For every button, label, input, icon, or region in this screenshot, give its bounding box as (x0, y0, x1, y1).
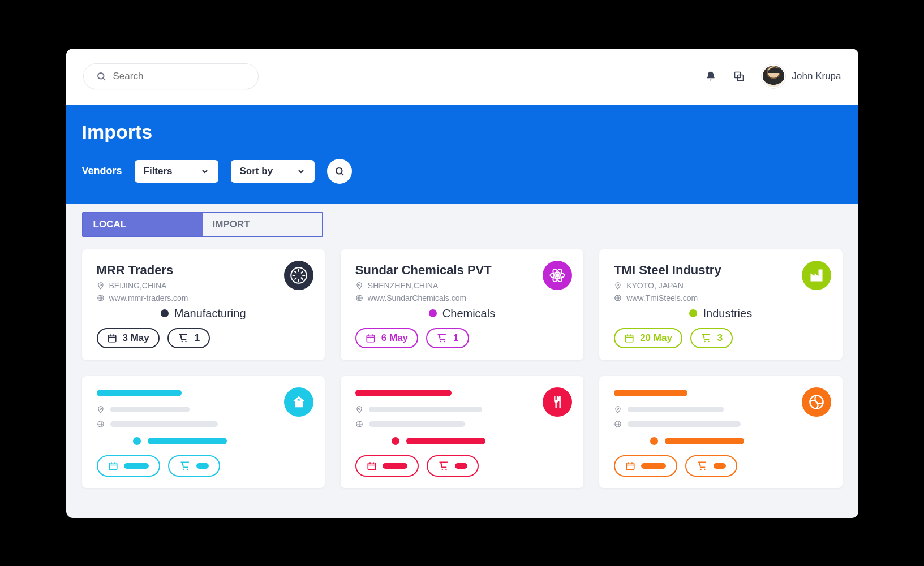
skeleton-bar (97, 390, 182, 396)
vendor-location: KYOTO, JAPAN (626, 281, 684, 290)
search-box[interactable] (83, 63, 259, 89)
vendor-category: Chemicals (442, 307, 495, 320)
svg-point-21 (617, 284, 619, 286)
date-value: 3 May (123, 332, 149, 344)
search-icon (96, 71, 106, 81)
skeleton-bar (369, 421, 465, 427)
cart-pill[interactable]: 1 (167, 328, 210, 348)
cart-value: 1 (453, 332, 458, 344)
user-block[interactable]: John Krupa (762, 64, 841, 88)
skeleton-bar (110, 421, 218, 427)
industries-icon (802, 261, 831, 290)
svg-point-0 (98, 73, 104, 79)
svg-point-4 (336, 168, 342, 174)
chevron-down-icon (200, 167, 209, 176)
food-icon (543, 387, 572, 417)
date-pill (355, 455, 419, 477)
sortby-select[interactable]: Sort by (231, 160, 315, 183)
vendor-card[interactable]: MRR Traders BEIJING,CHINA www.mmr-trader… (82, 249, 325, 360)
skeleton-dot (650, 437, 658, 445)
tabs-wrap: LOCAL IMPORT (66, 212, 858, 237)
calendar-icon (625, 461, 635, 471)
bell-icon[interactable] (705, 71, 716, 82)
tabs: LOCAL IMPORT (82, 212, 323, 237)
location-icon (355, 282, 363, 290)
vendor-category: Industries (703, 307, 752, 320)
skeleton-bar (665, 438, 744, 444)
vendor-location: BEIJING,CHINA (109, 281, 167, 290)
cart-icon (178, 333, 189, 343)
calendar-icon (624, 333, 634, 343)
date-pill[interactable]: 6 May (355, 328, 418, 348)
skeleton-bar (110, 407, 190, 412)
date-pill[interactable]: 3 May (97, 328, 160, 348)
svg-rect-18 (367, 335, 375, 342)
svg-point-20 (444, 340, 445, 342)
globe-icon (355, 294, 363, 302)
copy-icon[interactable] (733, 71, 745, 82)
svg-point-40 (700, 468, 702, 469)
vendor-website: www.mmr-traders.com (109, 293, 188, 303)
date-pill[interactable]: 20 May (614, 328, 682, 348)
vendor-card-skeleton (82, 376, 325, 488)
vendor-title: TMI Steel Industry (614, 263, 827, 278)
home-icon (284, 387, 313, 417)
vendor-card[interactable]: Sundar Chemicals PVT SHENZHEN,CHINA www.… (341, 249, 583, 360)
globe-icon (614, 420, 622, 428)
topbar: John Krupa (66, 49, 858, 105)
svg-point-30 (187, 468, 188, 469)
search-input[interactable] (113, 71, 246, 82)
page-title: Imports (82, 121, 843, 143)
svg-point-25 (708, 340, 709, 342)
cart-icon (436, 333, 448, 343)
vendor-website: www.SundarChemicals.com (368, 293, 466, 303)
vendor-location: SHENZHEN,CHINA (368, 281, 438, 290)
filters-select[interactable]: Filters (135, 160, 218, 183)
tab-local[interactable]: LOCAL (83, 213, 203, 236)
bluebar: Imports Vendors Filters Sort by (66, 105, 858, 204)
svg-point-19 (440, 340, 441, 342)
svg-line-1 (103, 78, 105, 80)
filters-label: Filters (144, 166, 173, 177)
chemicals-icon (543, 261, 572, 290)
vendor-category: Manufacturing (174, 307, 246, 320)
vendor-website: www.TmiSteels.com (626, 293, 698, 303)
date-value: 20 May (640, 332, 672, 344)
globe-icon (97, 294, 105, 302)
cart-pill[interactable]: 1 (426, 328, 469, 348)
svg-point-35 (445, 468, 446, 469)
vendor-title: Sundar Chemicals PVT (355, 263, 569, 278)
cart-icon (700, 333, 712, 343)
controls-row: Vendors Filters Sort by (82, 159, 843, 184)
cart-pill (427, 455, 479, 477)
username: John Krupa (792, 71, 841, 82)
cart-icon (179, 461, 191, 471)
svg-rect-9 (108, 335, 116, 342)
globe-icon (614, 294, 622, 302)
search-button[interactable] (327, 159, 352, 184)
vendor-card[interactable]: TMI Steel Industry KYOTO, JAPAN www.TmiS… (599, 249, 842, 360)
vendor-title: MRR Traders (97, 263, 310, 278)
cart-pill (685, 455, 737, 477)
skeleton-bar (614, 390, 687, 396)
skeleton-dot (133, 437, 141, 445)
chevron-down-icon (296, 167, 306, 176)
svg-point-34 (441, 468, 442, 469)
category-dot (429, 309, 437, 317)
svg-point-10 (181, 340, 182, 342)
cart-pill[interactable]: 3 (690, 328, 733, 348)
vendor-card-skeleton (599, 376, 842, 488)
cart-pill (168, 455, 220, 477)
sports-icon (802, 387, 831, 417)
calendar-icon (367, 461, 377, 471)
date-pill (97, 455, 160, 477)
location-icon (614, 282, 622, 290)
topbar-right: John Krupa (705, 64, 841, 88)
skeleton-bar (628, 421, 741, 427)
cart-value: 1 (195, 332, 200, 344)
skeleton-bar (124, 463, 149, 469)
calendar-icon (107, 333, 117, 343)
tab-import[interactable]: IMPORT (203, 213, 322, 236)
vendor-card-skeleton (341, 376, 583, 488)
skeleton-bar (406, 438, 485, 444)
